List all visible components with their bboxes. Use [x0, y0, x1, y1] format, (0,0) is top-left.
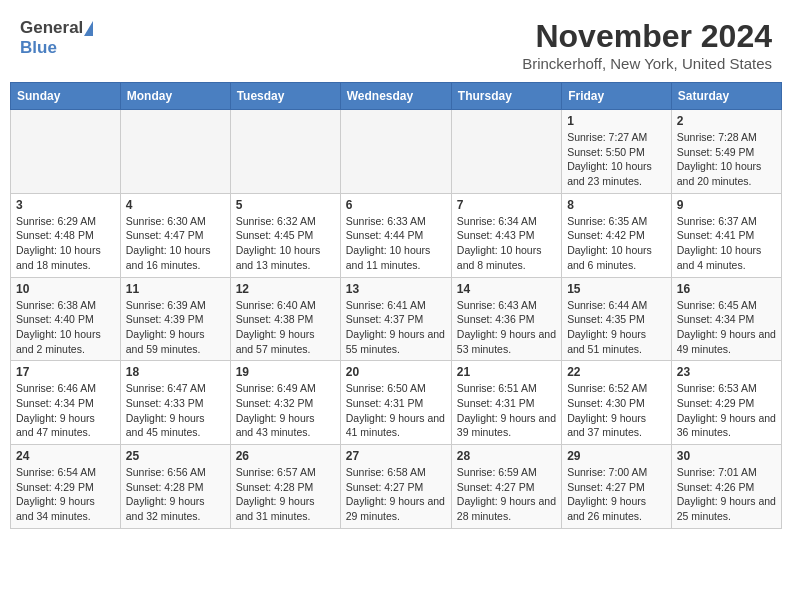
day-info: Sunrise: 6:40 AM Sunset: 4:38 PM Dayligh…: [236, 298, 335, 357]
calendar-day-cell: 14Sunrise: 6:43 AM Sunset: 4:36 PM Dayli…: [451, 277, 561, 361]
day-info: Sunrise: 6:29 AM Sunset: 4:48 PM Dayligh…: [16, 214, 115, 273]
calendar-day-cell: 16Sunrise: 6:45 AM Sunset: 4:34 PM Dayli…: [671, 277, 781, 361]
day-number: 19: [236, 365, 335, 379]
calendar-day-cell: 2Sunrise: 7:28 AM Sunset: 5:49 PM Daylig…: [671, 110, 781, 194]
calendar-day-cell: 3Sunrise: 6:29 AM Sunset: 4:48 PM Daylig…: [11, 193, 121, 277]
day-info: Sunrise: 6:30 AM Sunset: 4:47 PM Dayligh…: [126, 214, 225, 273]
day-number: 6: [346, 198, 446, 212]
header: General Blue November 2024 Brinckerhoff,…: [0, 0, 792, 82]
day-info: Sunrise: 6:54 AM Sunset: 4:29 PM Dayligh…: [16, 465, 115, 524]
logo: General Blue: [20, 18, 93, 58]
calendar-day-cell: [451, 110, 561, 194]
day-info: Sunrise: 6:59 AM Sunset: 4:27 PM Dayligh…: [457, 465, 556, 524]
calendar-day-cell: 12Sunrise: 6:40 AM Sunset: 4:38 PM Dayli…: [230, 277, 340, 361]
calendar-day-cell: 25Sunrise: 6:56 AM Sunset: 4:28 PM Dayli…: [120, 445, 230, 529]
day-info: Sunrise: 6:38 AM Sunset: 4:40 PM Dayligh…: [16, 298, 115, 357]
day-number: 4: [126, 198, 225, 212]
day-of-week-header: Tuesday: [230, 83, 340, 110]
day-number: 22: [567, 365, 666, 379]
calendar-day-cell: 17Sunrise: 6:46 AM Sunset: 4:34 PM Dayli…: [11, 361, 121, 445]
day-number: 16: [677, 282, 776, 296]
day-of-week-header: Monday: [120, 83, 230, 110]
day-info: Sunrise: 6:39 AM Sunset: 4:39 PM Dayligh…: [126, 298, 225, 357]
calendar-day-cell: 10Sunrise: 6:38 AM Sunset: 4:40 PM Dayli…: [11, 277, 121, 361]
day-number: 2: [677, 114, 776, 128]
day-info: Sunrise: 6:51 AM Sunset: 4:31 PM Dayligh…: [457, 381, 556, 440]
calendar-day-cell: 28Sunrise: 6:59 AM Sunset: 4:27 PM Dayli…: [451, 445, 561, 529]
day-number: 10: [16, 282, 115, 296]
day-info: Sunrise: 6:41 AM Sunset: 4:37 PM Dayligh…: [346, 298, 446, 357]
day-info: Sunrise: 6:32 AM Sunset: 4:45 PM Dayligh…: [236, 214, 335, 273]
calendar-day-cell: [340, 110, 451, 194]
logo-blue-text: Blue: [20, 38, 57, 57]
calendar-day-cell: 5Sunrise: 6:32 AM Sunset: 4:45 PM Daylig…: [230, 193, 340, 277]
day-of-week-header: Thursday: [451, 83, 561, 110]
day-number: 17: [16, 365, 115, 379]
calendar-day-cell: 1Sunrise: 7:27 AM Sunset: 5:50 PM Daylig…: [562, 110, 672, 194]
title-section: November 2024 Brinckerhoff, New York, Un…: [522, 18, 772, 72]
day-info: Sunrise: 6:34 AM Sunset: 4:43 PM Dayligh…: [457, 214, 556, 273]
calendar-week-row: 10Sunrise: 6:38 AM Sunset: 4:40 PM Dayli…: [11, 277, 782, 361]
calendar-day-cell: 23Sunrise: 6:53 AM Sunset: 4:29 PM Dayli…: [671, 361, 781, 445]
calendar-day-cell: 19Sunrise: 6:49 AM Sunset: 4:32 PM Dayli…: [230, 361, 340, 445]
calendar-day-cell: 8Sunrise: 6:35 AM Sunset: 4:42 PM Daylig…: [562, 193, 672, 277]
calendar-week-row: 24Sunrise: 6:54 AM Sunset: 4:29 PM Dayli…: [11, 445, 782, 529]
day-number: 8: [567, 198, 666, 212]
calendar-day-cell: 15Sunrise: 6:44 AM Sunset: 4:35 PM Dayli…: [562, 277, 672, 361]
day-number: 21: [457, 365, 556, 379]
calendar-day-cell: 26Sunrise: 6:57 AM Sunset: 4:28 PM Dayli…: [230, 445, 340, 529]
day-number: 3: [16, 198, 115, 212]
day-number: 9: [677, 198, 776, 212]
day-of-week-header: Sunday: [11, 83, 121, 110]
day-info: Sunrise: 7:00 AM Sunset: 4:27 PM Dayligh…: [567, 465, 666, 524]
calendar-day-cell: 9Sunrise: 6:37 AM Sunset: 4:41 PM Daylig…: [671, 193, 781, 277]
logo-triangle-icon: [84, 21, 93, 36]
calendar-week-row: 3Sunrise: 6:29 AM Sunset: 4:48 PM Daylig…: [11, 193, 782, 277]
day-number: 11: [126, 282, 225, 296]
day-number: 14: [457, 282, 556, 296]
calendar-day-cell: [120, 110, 230, 194]
day-info: Sunrise: 6:53 AM Sunset: 4:29 PM Dayligh…: [677, 381, 776, 440]
day-info: Sunrise: 6:58 AM Sunset: 4:27 PM Dayligh…: [346, 465, 446, 524]
day-number: 1: [567, 114, 666, 128]
day-number: 28: [457, 449, 556, 463]
day-info: Sunrise: 6:52 AM Sunset: 4:30 PM Dayligh…: [567, 381, 666, 440]
calendar-header-row: SundayMondayTuesdayWednesdayThursdayFrid…: [11, 83, 782, 110]
calendar-day-cell: 27Sunrise: 6:58 AM Sunset: 4:27 PM Dayli…: [340, 445, 451, 529]
day-info: Sunrise: 6:44 AM Sunset: 4:35 PM Dayligh…: [567, 298, 666, 357]
day-info: Sunrise: 7:28 AM Sunset: 5:49 PM Dayligh…: [677, 130, 776, 189]
calendar-day-cell: 30Sunrise: 7:01 AM Sunset: 4:26 PM Dayli…: [671, 445, 781, 529]
calendar-day-cell: 24Sunrise: 6:54 AM Sunset: 4:29 PM Dayli…: [11, 445, 121, 529]
day-number: 12: [236, 282, 335, 296]
day-info: Sunrise: 6:45 AM Sunset: 4:34 PM Dayligh…: [677, 298, 776, 357]
calendar-day-cell: 29Sunrise: 7:00 AM Sunset: 4:27 PM Dayli…: [562, 445, 672, 529]
day-info: Sunrise: 6:35 AM Sunset: 4:42 PM Dayligh…: [567, 214, 666, 273]
day-of-week-header: Friday: [562, 83, 672, 110]
calendar-day-cell: 11Sunrise: 6:39 AM Sunset: 4:39 PM Dayli…: [120, 277, 230, 361]
day-number: 29: [567, 449, 666, 463]
day-number: 23: [677, 365, 776, 379]
day-info: Sunrise: 6:50 AM Sunset: 4:31 PM Dayligh…: [346, 381, 446, 440]
calendar-day-cell: 18Sunrise: 6:47 AM Sunset: 4:33 PM Dayli…: [120, 361, 230, 445]
day-info: Sunrise: 6:49 AM Sunset: 4:32 PM Dayligh…: [236, 381, 335, 440]
calendar-week-row: 17Sunrise: 6:46 AM Sunset: 4:34 PM Dayli…: [11, 361, 782, 445]
day-number: 25: [126, 449, 225, 463]
calendar-subtitle: Brinckerhoff, New York, United States: [522, 55, 772, 72]
day-info: Sunrise: 7:27 AM Sunset: 5:50 PM Dayligh…: [567, 130, 666, 189]
calendar-day-cell: 20Sunrise: 6:50 AM Sunset: 4:31 PM Dayli…: [340, 361, 451, 445]
day-info: Sunrise: 6:56 AM Sunset: 4:28 PM Dayligh…: [126, 465, 225, 524]
day-number: 30: [677, 449, 776, 463]
day-info: Sunrise: 6:33 AM Sunset: 4:44 PM Dayligh…: [346, 214, 446, 273]
day-number: 26: [236, 449, 335, 463]
day-info: Sunrise: 6:46 AM Sunset: 4:34 PM Dayligh…: [16, 381, 115, 440]
day-number: 24: [16, 449, 115, 463]
day-info: Sunrise: 6:47 AM Sunset: 4:33 PM Dayligh…: [126, 381, 225, 440]
calendar-day-cell: 6Sunrise: 6:33 AM Sunset: 4:44 PM Daylig…: [340, 193, 451, 277]
calendar-day-cell: 7Sunrise: 6:34 AM Sunset: 4:43 PM Daylig…: [451, 193, 561, 277]
calendar-wrapper: SundayMondayTuesdayWednesdayThursdayFrid…: [0, 82, 792, 539]
calendar-day-cell: 4Sunrise: 6:30 AM Sunset: 4:47 PM Daylig…: [120, 193, 230, 277]
day-info: Sunrise: 6:57 AM Sunset: 4:28 PM Dayligh…: [236, 465, 335, 524]
day-of-week-header: Wednesday: [340, 83, 451, 110]
day-number: 15: [567, 282, 666, 296]
day-number: 20: [346, 365, 446, 379]
